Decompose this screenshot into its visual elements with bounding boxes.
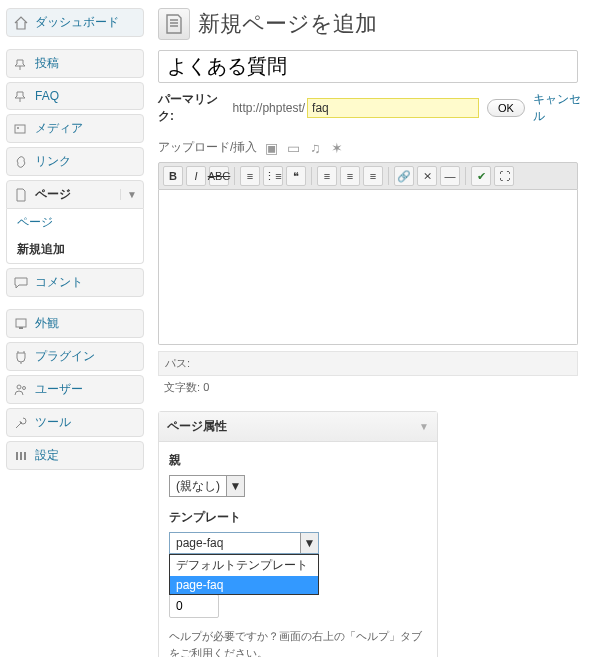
italic-button[interactable]: I [186,166,206,186]
menu-label: FAQ [35,89,59,103]
media-icon [13,121,29,137]
ok-button[interactable]: OK [487,99,525,117]
menu-label: 外観 [35,315,59,332]
editor-toolbar: B I ABC ≡ ⋮≡ ❝ ≡ ≡ ≡ 🔗 ⨯ — ✔ ⛶ [158,162,578,190]
comment-icon [13,275,29,291]
menu-appearance[interactable]: 外観 [6,309,144,338]
slug-input[interactable] [307,98,479,118]
menu-label: ページ [35,186,71,203]
post-title-input[interactable] [158,50,578,83]
more-button[interactable]: — [440,166,460,186]
page-header-icon [158,8,190,40]
appearance-icon [13,316,29,332]
menu-dashboard[interactable]: ダッシュボード [6,8,144,37]
svg-rect-3 [19,327,23,329]
tools-icon [13,415,29,431]
menu-label: プラグイン [35,348,95,365]
count-label: 文字数: [164,381,200,393]
page-attributes-box: ページ属性 ▼ 親 (親なし) ▼ テンプレート page-faq ▼ デフォル… [158,411,438,657]
menu-settings[interactable]: 設定 [6,441,144,470]
home-icon [13,15,29,31]
page-icon [13,187,29,203]
link-button[interactable]: 🔗 [394,166,414,186]
template-label: テンプレート [169,509,427,526]
menu-comments[interactable]: コメント [6,268,144,297]
chevron-down-icon[interactable]: ▼ [226,476,244,496]
menu-pages[interactable]: ページ ▼ [6,180,144,209]
upload-media-icon[interactable]: ✶ [329,140,345,156]
pin-icon [13,88,29,104]
upload-video-icon[interactable]: ▭ [285,140,301,156]
submenu-item-pages-new[interactable]: 新規追加 [7,236,143,263]
quote-button[interactable]: ❝ [286,166,306,186]
align-center-button[interactable]: ≡ [340,166,360,186]
menu-media[interactable]: メディア [6,114,144,143]
count-value: 0 [203,381,209,393]
template-option[interactable]: デフォルトテンプレート [170,555,318,576]
svg-point-5 [23,386,26,389]
menu-plugins[interactable]: プラグイン [6,342,144,371]
users-icon [13,382,29,398]
upload-audio-icon[interactable]: ♫ [307,140,323,156]
template-option[interactable]: page-faq [170,576,318,594]
chevron-down-icon[interactable]: ▼ [300,533,318,553]
menu-label: コメント [35,274,83,291]
editor-body[interactable] [158,190,578,345]
chevron-down-icon[interactable]: ▼ [120,189,137,200]
menu-label: リンク [35,153,71,170]
menu-label: ツール [35,414,71,431]
help-text: ヘルプが必要ですか？画面の右上の「ヘルプ」タブをご利用ください。 [169,628,427,657]
admin-sidebar: ダッシュボード 投稿 FAQ メディア リンク ページ ▼ ページ 新規追加 [0,0,150,657]
upload-label: アップロード/挿入 [158,139,257,156]
permalink-label: パーマリンク: [158,91,230,125]
menu-faq[interactable]: FAQ [6,82,144,110]
svg-rect-6 [16,452,18,460]
submenu-item-pages-list[interactable]: ページ [7,209,143,236]
spellcheck-button[interactable]: ✔ [471,166,491,186]
menu-posts[interactable]: 投稿 [6,49,144,78]
fullscreen-button[interactable]: ⛶ [494,166,514,186]
pin-icon [13,56,29,72]
strike-button[interactable]: ABC [209,166,229,186]
main-content: 新規ページを追加 パーマリンク: http://phptest/ OK キャンセ… [150,0,590,657]
align-left-button[interactable]: ≡ [317,166,337,186]
postbox-title: ページ属性 [167,418,227,435]
svg-rect-7 [20,452,22,460]
svg-rect-2 [16,319,26,327]
link-icon [13,154,29,170]
svg-rect-0 [15,125,25,133]
align-right-button[interactable]: ≡ [363,166,383,186]
menu-label: 投稿 [35,55,59,72]
menu-label: ダッシュボード [35,14,119,31]
parent-select[interactable]: (親なし) ▼ [169,475,245,497]
permalink-base: http://phptest/ [232,101,305,115]
upload-image-icon[interactable]: ▣ [263,140,279,156]
menu-label: ユーザー [35,381,83,398]
parent-label: 親 [169,452,427,469]
ul-button[interactable]: ≡ [240,166,260,186]
svg-rect-8 [24,452,26,460]
path-label: パス: [165,357,190,369]
ol-button[interactable]: ⋮≡ [263,166,283,186]
menu-links[interactable]: リンク [6,147,144,176]
template-options-list: デフォルトテンプレート page-faq [169,554,319,595]
settings-icon [13,448,29,464]
menu-label: 設定 [35,447,59,464]
menu-users[interactable]: ユーザー [6,375,144,404]
bold-button[interactable]: B [163,166,183,186]
menu-label: メディア [35,120,83,137]
menu-tools[interactable]: ツール [6,408,144,437]
unlink-button[interactable]: ⨯ [417,166,437,186]
postbox-toggle-icon[interactable]: ▼ [419,421,429,432]
page-title: 新規ページを追加 [198,9,377,39]
menu-order-input[interactable] [169,594,219,618]
svg-point-4 [17,385,21,389]
cancel-link[interactable]: キャンセル [533,91,590,125]
template-select[interactable]: page-faq ▼ [169,532,319,554]
svg-point-1 [17,127,19,129]
submenu-pages: ページ 新規追加 [6,209,144,264]
plugin-icon [13,349,29,365]
